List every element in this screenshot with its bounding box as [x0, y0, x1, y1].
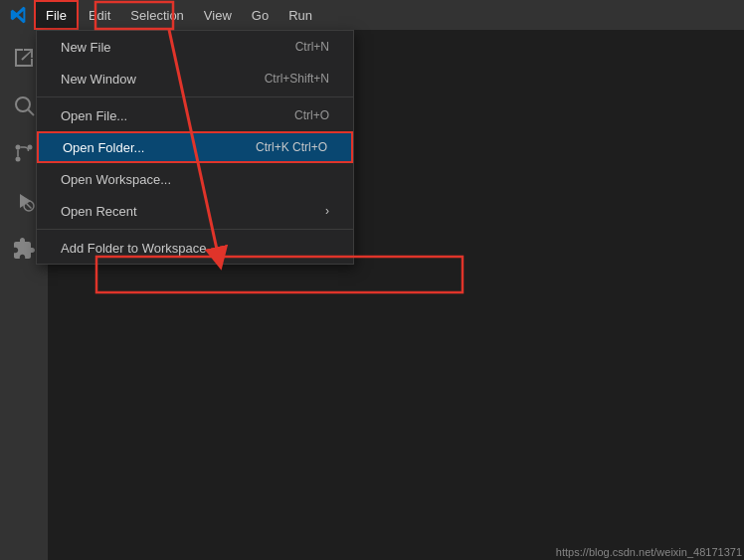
menu-item-go[interactable]: Go: [242, 0, 279, 30]
menu-bar: File Edit Selection View Go Run: [0, 0, 744, 30]
dropdown-item-new-file[interactable]: New File Ctrl+N: [37, 31, 353, 63]
dropdown-item-open-workspace[interactable]: Open Workspace...: [37, 163, 353, 195]
open-workspace-label: Open Workspace...: [61, 172, 171, 187]
menu-item-edit[interactable]: Edit: [79, 0, 120, 30]
watermark: https://blog.csdn.net/weixin_48171371: [556, 546, 742, 558]
separator-1: [37, 96, 353, 97]
new-file-label: New File: [61, 40, 111, 55]
dropdown-item-new-window[interactable]: New Window Ctrl+Shift+N: [37, 63, 353, 94]
dropdown-item-open-file[interactable]: Open File... Ctrl+O: [37, 99, 353, 131]
svg-point-0: [16, 97, 30, 111]
file-dropdown: New File Ctrl+N New Window Ctrl+Shift+N …: [36, 30, 354, 265]
svg-point-3: [16, 157, 21, 162]
open-folder-shortcut: Ctrl+K Ctrl+O: [256, 140, 327, 154]
svg-point-2: [16, 145, 21, 150]
separator-2: [37, 229, 353, 230]
open-folder-label: Open Folder...: [63, 140, 144, 155]
vscode-logo: [4, 0, 34, 30]
new-window-label: New Window: [61, 72, 136, 87]
menu-item-run[interactable]: Run: [279, 0, 322, 30]
dropdown-item-open-folder[interactable]: Open Folder... Ctrl+K Ctrl+O: [37, 131, 353, 163]
menu-item-view[interactable]: View: [194, 0, 242, 30]
submenu-arrow-icon: ›: [325, 204, 329, 218]
menu-item-selection[interactable]: Selection: [120, 0, 193, 30]
dropdown-item-open-recent[interactable]: Open Recent ›: [37, 195, 353, 227]
add-folder-label: Add Folder to Workspace...: [61, 241, 217, 256]
new-window-shortcut: Ctrl+Shift+N: [265, 72, 329, 86]
open-file-shortcut: Ctrl+O: [294, 108, 329, 122]
open-recent-label: Open Recent: [61, 204, 137, 219]
open-file-label: Open File...: [61, 108, 127, 123]
menu-item-file[interactable]: File: [34, 0, 79, 30]
svg-line-1: [29, 110, 35, 116]
dropdown-item-add-folder[interactable]: Add Folder to Workspace...: [37, 232, 353, 264]
new-file-shortcut: Ctrl+N: [295, 40, 329, 54]
